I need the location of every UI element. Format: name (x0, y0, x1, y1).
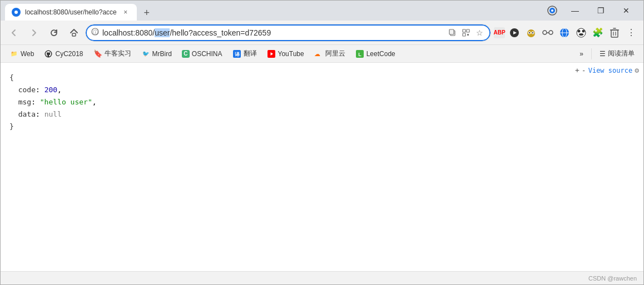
svg-rect-13 (467, 34, 469, 36)
maximize-button[interactable]: ❐ (588, 1, 613, 21)
statusbar-text: CSDN @rawchen (588, 275, 637, 282)
content-area: + - View source ⚙ { code: 200, msg: "hel… (1, 63, 643, 271)
niuke-bookmark-icon: 🔖 (93, 49, 102, 58)
toolbar-icons: ABP 🧩 ⋮ (493, 25, 639, 41)
bookmark-web[interactable]: 📁 Web (5, 48, 38, 60)
svg-rect-22 (549, 31, 553, 34)
home-button[interactable] (65, 24, 83, 42)
bookmark-leetcode[interactable]: L LeetCode (351, 48, 400, 60)
leetcode-bookmark-label: LeetCode (366, 50, 395, 58)
svg-text:L: L (358, 52, 361, 57)
close-button[interactable]: ✕ (613, 1, 639, 21)
web-bookmark-icon: 📁 (9, 49, 18, 58)
svg-rect-12 (463, 33, 465, 36)
fanyi-bookmark-icon: 译 (232, 49, 241, 58)
address-highlight: user (155, 28, 170, 37)
address-security-icon: ⓘ (91, 28, 99, 37)
niuke-bookmark-label: 牛客实习 (105, 49, 131, 58)
orb-extension-icon[interactable] (557, 25, 572, 41)
glasses-extension-icon[interactable] (540, 25, 556, 41)
owl-extension-icon[interactable] (523, 25, 539, 41)
svg-rect-30 (611, 30, 618, 37)
address-text: localhost:8080/user/hello?access_token=d… (102, 28, 444, 37)
svg-text:ⓘ: ⓘ (93, 29, 98, 35)
svg-text:☁: ☁ (314, 51, 320, 57)
view-source-minus[interactable]: - (582, 65, 586, 77)
minimize-button[interactable]: — (562, 1, 588, 21)
view-source-plus[interactable]: + (575, 65, 579, 77)
youtube-bookmark-icon (267, 49, 276, 58)
svg-point-20 (532, 32, 533, 33)
svg-point-26 (577, 28, 586, 37)
address-bar[interactable]: ⓘ localhost:8080/user/hello?access_token… (85, 24, 491, 42)
copy-url-button[interactable] (447, 27, 458, 38)
play-extension-icon[interactable] (507, 25, 522, 41)
chrome-menu-dot (542, 1, 562, 21)
bookmark-fanyi[interactable]: 译 翻译 (228, 47, 261, 60)
json-close-brace: } (9, 122, 14, 131)
svg-rect-11 (467, 29, 469, 32)
reload-button[interactable] (45, 24, 63, 42)
panda-extension-icon[interactable] (573, 25, 589, 41)
svg-point-19 (529, 32, 530, 33)
more-button[interactable]: ⋮ (623, 25, 639, 41)
tab-favicon (12, 8, 21, 17)
view-source-gear[interactable]: ⚙ (635, 65, 639, 77)
svg-rect-21 (543, 31, 547, 34)
bookmark-github[interactable]: CyC2018 (39, 48, 87, 60)
navbar: ⓘ localhost:8080/user/hello?access_token… (1, 21, 643, 45)
star-button[interactable]: ☆ (474, 27, 485, 38)
forward-button[interactable] (25, 24, 43, 42)
web-bookmark-label: Web (21, 50, 34, 58)
bookmark-mrbird[interactable]: 🐦 MrBird (137, 48, 176, 60)
oschina-bookmark-icon: C (182, 50, 190, 58)
new-tab-button[interactable]: + (139, 5, 155, 21)
bookmarks-more-button[interactable]: » (575, 48, 588, 59)
tab-close-button[interactable]: × (121, 8, 130, 17)
github-bookmark-icon (44, 49, 53, 58)
view-source-link[interactable]: View source (588, 66, 632, 76)
svg-text:译: 译 (234, 52, 240, 57)
tab-area: localhost:8080/user/hello?acce × + (5, 1, 274, 21)
svg-rect-5 (72, 33, 76, 36)
leetcode-bookmark-icon: L (355, 49, 364, 58)
active-tab[interactable]: localhost:8080/user/hello?acce × (5, 4, 137, 21)
json-data-value: null (44, 110, 62, 118)
mrbird-bookmark-label: MrBird (152, 50, 172, 58)
json-data-key: data (18, 110, 36, 118)
oschina-bookmark-label: OSCHINA (192, 50, 222, 58)
tab-title: localhost:8080/user/hello?acce (25, 8, 117, 16)
json-open-brace: { (9, 73, 14, 82)
more-chevron-icon: » (579, 50, 583, 58)
bookmark-oschina[interactable]: C OSCHINA (177, 48, 227, 59)
bookmark-niuke[interactable]: 🔖 牛客实习 (89, 47, 136, 60)
bookmarks-bar: 📁 Web CyC2018 🔖 牛客实习 🐦 MrBird C OSCHINA … (1, 45, 643, 63)
svg-point-1 (14, 11, 18, 14)
bookmarks-separator (591, 48, 592, 59)
youtube-bookmark-label: YouTube (278, 50, 304, 58)
trash-extension-icon[interactable] (607, 25, 622, 41)
abp-extension-icon[interactable]: ABP (494, 27, 505, 38)
json-msg-key: msg (18, 98, 31, 106)
browser-window: localhost:8080/user/hello?acce × + — ❐ ✕ (0, 0, 644, 285)
svg-point-28 (582, 29, 585, 32)
reading-list-icon: ☰ (600, 50, 606, 58)
json-code-value: 200 (44, 86, 57, 94)
aliyun-bookmark-icon: ☁ (314, 49, 323, 58)
qr-code-button[interactable] (460, 27, 472, 38)
json-code-key: code (18, 86, 36, 94)
titlebar: localhost:8080/user/hello?acce × + — ❐ ✕ (1, 1, 643, 21)
bookmark-aliyun[interactable]: ☁ 阿里云 (310, 47, 350, 60)
back-button[interactable] (5, 24, 23, 42)
mrbird-bookmark-icon: 🐦 (141, 49, 150, 58)
reading-list-label: 阅读清单 (608, 49, 635, 58)
github-bookmark-label: CyC2018 (55, 50, 83, 58)
aliyun-bookmark-label: 阿里云 (325, 49, 345, 58)
puzzle-extension-icon[interactable]: 🧩 (590, 25, 606, 41)
svg-rect-9 (449, 29, 454, 34)
json-content: { code: 200, msg: "hello user", data: nu… (5, 67, 643, 137)
address-actions: ☆ (447, 27, 485, 38)
svg-rect-10 (463, 29, 465, 32)
bookmark-youtube[interactable]: YouTube (262, 48, 309, 60)
reading-list-button[interactable]: ☰ 阅读清单 (595, 47, 639, 60)
